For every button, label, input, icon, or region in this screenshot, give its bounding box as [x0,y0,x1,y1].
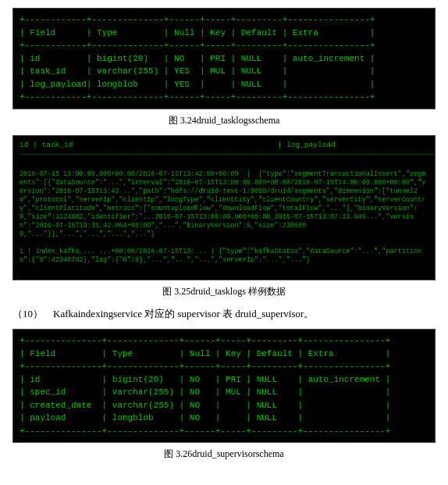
tasklogs-data-terminal: id | task_id | log_payload ─────────────… [12,135,436,281]
supervisor-schema-caption: 图 3.26druid_supervisorschema [12,448,436,461]
tasklogs-data-caption: 图 3.25druid_tasklogs 样例数据 [12,285,436,298]
tasklogs-schema-terminal: +------------+--------------+------+----… [12,8,436,109]
section-2: id | task_id | log_payload ─────────────… [12,135,436,299]
section3-num: （10） [12,308,43,319]
section3-paragraph: （10） Kafkaindexingservice 对应的 supervisor… [12,306,436,323]
supervisor-schema-terminal: +---------------+--------------+------+-… [12,329,436,443]
section-1: +------------+--------------+------+----… [12,8,436,127]
section3-text: Kafkaindexingservice 对应的 supervisor 表 dr… [53,308,314,319]
tasklogs-schema-caption: 图 3.24druid_tasklogsschema [12,114,436,127]
section-3: （10） Kafkaindexingservice 对应的 supervisor… [12,306,436,461]
